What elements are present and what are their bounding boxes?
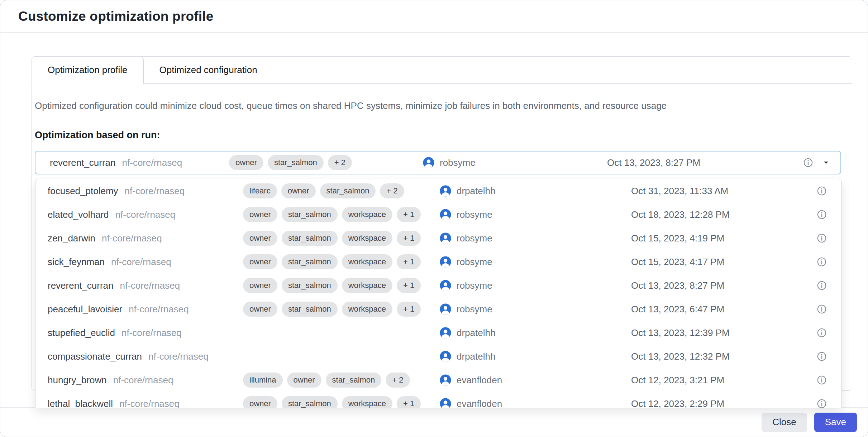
run-title: reverent_curran nf-core/rnaseq (48, 280, 243, 291)
save-button[interactable]: Save (814, 413, 857, 432)
run-select[interactable]: reverent_curran nf-core/rnaseq ownerstar… (35, 151, 841, 174)
run-pipeline: nf-core/rnaseq (102, 233, 162, 244)
run-title: hungry_brown nf-core/rnaseq (48, 375, 243, 386)
run-pipeline: nf-core/rnaseq (113, 375, 173, 386)
info-icon[interactable] (816, 186, 827, 196)
info-icon[interactable] (816, 327, 827, 338)
run-date: Oct 15, 2023, 4:17 PM (631, 256, 809, 268)
run-username: robsyme (457, 280, 492, 291)
tag-pill: + 1 (397, 231, 421, 246)
close-button[interactable]: Close (762, 413, 807, 432)
tag-pill: owner (243, 396, 277, 408)
run-title: compassionate_curran nf-core/rnaseq (48, 351, 243, 362)
tag-pill: + 1 (397, 207, 421, 222)
run-date: Oct 13, 2023, 6:47 PM (631, 304, 809, 315)
tag-pill: owner (243, 254, 277, 269)
tag-pill: star_salmon (282, 396, 338, 408)
selected-run-pipeline: nf-core/rnaseq (122, 157, 182, 168)
run-title: elated_volhard nf-core/rnaseq (48, 209, 243, 220)
info-icon[interactable] (816, 375, 827, 385)
tag-pill: + 2 (328, 155, 352, 170)
tag-pill: lifearc (243, 183, 277, 198)
run-tags: lifearcownerstar_salmon+ 2 (243, 183, 439, 198)
user-circle-icon (439, 185, 452, 197)
tab-panel: Optimized configuration could minimize c… (32, 100, 852, 174)
tag-pill: + 1 (397, 278, 421, 293)
run-name: hungry_brown (48, 375, 107, 386)
run-option-row[interactable]: zen_darwin nf-core/rnaseq ownerstar_salm… (35, 226, 841, 250)
tag-pill: owner (229, 155, 263, 170)
run-option-row[interactable]: stupefied_euclid nf-core/rnaseq drpatelh… (35, 321, 841, 345)
tag-pill: + 1 (397, 254, 421, 269)
tag-pill: illumina (243, 373, 283, 388)
tag-pill: workspace (342, 396, 392, 408)
run-pipeline: nf-core/rnaseq (120, 280, 180, 291)
run-pipeline: nf-core/rnaseq (129, 304, 189, 315)
run-option-row[interactable]: focused_ptolemy nf-core/rnaseq lifearcow… (35, 179, 841, 203)
run-option-row[interactable]: elated_volhard nf-core/rnaseq ownerstar_… (35, 203, 841, 226)
run-username: robsyme (457, 304, 492, 315)
run-option-row[interactable]: lethal_blackwell nf-core/rnaseq ownersta… (35, 392, 841, 408)
run-user-cell: robsyme (439, 303, 631, 315)
run-select-label: Optimization based on run: (35, 130, 849, 141)
run-title: peaceful_lavoisier nf-core/rnaseq (48, 304, 243, 315)
run-name: compassionate_curran (48, 351, 142, 362)
run-options-dropdown: focused_ptolemy nf-core/rnaseq lifearcow… (35, 179, 842, 408)
run-username: drpatelhh (457, 186, 495, 197)
run-username: robsyme (457, 256, 492, 268)
tag-pill: workspace (342, 302, 392, 317)
caret-down-icon[interactable] (821, 158, 831, 167)
selected-run-name: reverent_curran (50, 157, 116, 168)
tag-pill: workspace (342, 207, 392, 222)
tag-pill: workspace (342, 231, 392, 246)
info-icon[interactable] (803, 157, 814, 168)
run-option-row[interactable]: hungry_brown nf-core/rnaseq illuminaowne… (35, 368, 841, 392)
customize-optimization-profile-modal: Customize optimization profile Optimizat… (0, 0, 868, 437)
run-name: lethal_blackwell (48, 398, 113, 408)
run-option-row[interactable]: peaceful_lavoisier nf-core/rnaseq owners… (35, 297, 841, 321)
run-username: robsyme (457, 209, 492, 220)
info-icon[interactable] (816, 304, 827, 314)
run-option-row[interactable]: sick_feynman nf-core/rnaseq ownerstar_sa… (35, 250, 841, 274)
run-user-cell: drpatelhh (439, 327, 631, 339)
tag-pill: + 2 (386, 373, 410, 388)
tag-pill: star_salmon (282, 231, 338, 246)
modal-title: Customize optimization profile (18, 9, 214, 24)
info-icon[interactable] (816, 209, 827, 220)
run-date: Oct 13, 2023, 12:39 PM (631, 327, 809, 338)
tab-optimization-profile[interactable]: Optimization profile (32, 56, 144, 84)
tag-pill: star_salmon (282, 302, 338, 317)
run-date: Oct 12, 2023, 2:29 PM (631, 398, 809, 408)
run-option-row[interactable]: compassionate_curran nf-core/rnaseq drpa… (35, 345, 841, 368)
tag-pill: owner (281, 183, 316, 198)
run-title: focused_ptolemy nf-core/rnaseq (48, 186, 243, 197)
tab-bar: Optimization profile Optimized configura… (32, 57, 852, 84)
run-username: evanfloden (457, 398, 502, 408)
run-name: sick_feynman (48, 256, 105, 268)
run-tags: ownerstar_salmonworkspace+ 1 (243, 231, 439, 246)
run-pipeline: nf-core/rnaseq (121, 327, 182, 338)
modal-header: Customize optimization profile (0, 0, 868, 33)
info-icon[interactable] (816, 398, 827, 408)
run-name: focused_ptolemy (48, 186, 118, 197)
info-icon[interactable] (816, 351, 827, 362)
tag-pill: owner (287, 373, 321, 388)
info-icon[interactable] (816, 256, 827, 267)
run-date: Oct 31, 2023, 11:33 AM (631, 186, 809, 197)
run-tags: ownerstar_salmonworkspace+ 1 (243, 396, 439, 408)
run-user-cell: robsyme (439, 208, 631, 221)
user-circle-icon (439, 327, 452, 339)
info-icon[interactable] (816, 233, 827, 244)
info-icon[interactable] (816, 280, 827, 291)
run-user-cell: drpatelhh (439, 350, 631, 362)
tag-pill: workspace (342, 254, 392, 269)
run-pipeline: nf-core/rnaseq (125, 186, 185, 197)
run-options-list: focused_ptolemy nf-core/rnaseq lifearcow… (35, 179, 841, 408)
run-title: sick_feynman nf-core/rnaseq (48, 256, 243, 268)
tag-pill: star_salmon (282, 254, 338, 269)
tab-optimized-configuration[interactable]: Optimized configuration (144, 57, 273, 83)
tag-pill: owner (243, 278, 277, 293)
run-date: Oct 13, 2023, 8:27 PM (631, 280, 809, 291)
run-option-row[interactable]: reverent_curran nf-core/rnaseq ownerstar… (35, 274, 841, 297)
user-circle-icon (439, 232, 452, 244)
